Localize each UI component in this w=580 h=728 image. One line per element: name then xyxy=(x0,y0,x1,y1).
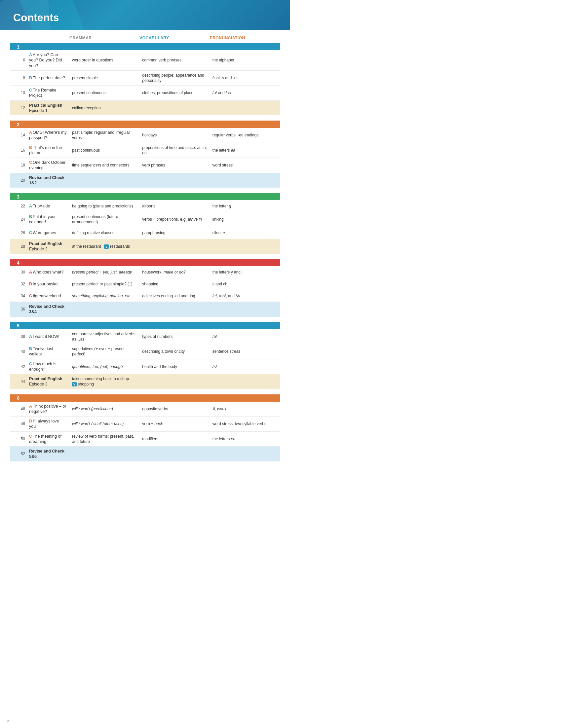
row-title: AWho does what? xyxy=(26,267,69,277)
practical-label: Practical English xyxy=(29,241,62,246)
revise-label: Revise and Check 3&4 xyxy=(29,304,65,314)
v-text: restaurants xyxy=(110,244,130,249)
table-row: 16BThat's me in the picture!past continu… xyxy=(10,143,280,158)
lesson-title: How much is enough? xyxy=(29,362,56,371)
row-title: BThe perfect date? xyxy=(26,73,69,83)
table-row: 10CThe Remake Projectpresent continuousc… xyxy=(10,85,280,101)
row-vocab: opposite verbs xyxy=(140,404,209,414)
header-background: Contents xyxy=(0,0,290,30)
unit-bar-vocab-2 xyxy=(140,121,209,128)
v-label: v xyxy=(72,382,77,387)
lesson-letter: B xyxy=(29,145,32,150)
row-pron xyxy=(210,452,280,456)
row-title: BTwelve lost wallets xyxy=(26,344,69,359)
row-page-number: 26 xyxy=(10,229,26,237)
row-vocab: shopping xyxy=(140,280,209,289)
practical-episode: Episode 2 xyxy=(29,247,48,251)
pron-text: the letter g xyxy=(212,204,231,208)
row-vocab: prepositions of time and place: at, in, … xyxy=(140,143,209,158)
row-vocab: health and the body xyxy=(140,362,209,371)
table-row: 50CThe meaning of dreamingreview of verb… xyxy=(10,432,280,447)
row-page-number: 40 xyxy=(10,347,26,356)
unit-bar-title-5 xyxy=(26,322,69,329)
row-vocab: types of numbers xyxy=(140,332,209,341)
row-vocab xyxy=(140,106,209,110)
row-pron: word stress xyxy=(210,160,280,170)
row-title: BIn your basket xyxy=(26,280,69,289)
unit-header-4: 4 xyxy=(10,259,280,266)
row-grammar: quantifiers, too, (not) enough xyxy=(69,362,140,371)
page-title: Contents xyxy=(13,11,59,24)
unit-bar-pron-2 xyxy=(210,121,280,128)
lesson-letter: A xyxy=(29,130,32,135)
unit-bar-title-1 xyxy=(26,43,69,50)
unit-number-4: 4 xyxy=(10,259,26,266)
row-title: Revise and Check 5&6 xyxy=(26,447,69,462)
v-text: shopping xyxy=(78,382,94,387)
row-title: Practical English Episode 2 xyxy=(26,239,69,254)
unit-number-2: 2 xyxy=(10,121,26,128)
row-grammar xyxy=(69,452,140,456)
row-pron xyxy=(210,106,280,110)
row-pron: final -s and -es xyxy=(210,73,280,83)
practical-grammar-text: taking something back to a shop xyxy=(72,376,129,381)
lesson-title: One dark October evening xyxy=(29,160,66,170)
lesson-title: The meaning of dreaming xyxy=(29,434,61,444)
row-pron: the letters ea xyxy=(210,146,280,155)
row-grammar: past continuous xyxy=(69,146,140,155)
lesson-letter: A xyxy=(29,270,32,275)
table-row: 34C#greatweekendsomething, anything, not… xyxy=(10,290,280,302)
unit-bar-vocab-5 xyxy=(140,322,209,329)
row-pron: the letter g xyxy=(210,202,280,211)
row-vocab: airports xyxy=(140,202,209,211)
row-pron: /ʌ/ xyxy=(210,362,280,371)
grammar-text: something, anything, nothing, etc. xyxy=(72,294,131,298)
table-row: 6AAre you? Can you? Do you? Did you?word… xyxy=(10,50,280,71)
row-page-number: 44 xyxy=(10,377,26,386)
row-vocab xyxy=(140,244,209,249)
row-vocab: paraphrasing xyxy=(140,228,209,237)
unit-bar-grammar-2 xyxy=(69,121,140,128)
row-pron xyxy=(210,178,280,182)
lesson-title: The perfect date? xyxy=(33,76,65,80)
row-title: AI want it NOW! xyxy=(26,332,69,341)
lesson-letter: C xyxy=(29,362,32,366)
unit-bar-title-4 xyxy=(26,259,69,266)
row-vocab: describing a town or city xyxy=(140,347,209,356)
unit-bar-pron-6 xyxy=(210,394,280,402)
unit-section-6: 6 46AThink positive – or negative?will /… xyxy=(10,394,280,462)
lesson-letter: C xyxy=(29,160,32,165)
row-grammar: time sequencers and connectors xyxy=(69,160,140,170)
grammar-text: quantifiers, too, (not) enough xyxy=(72,364,123,369)
row-title: COne dark October evening xyxy=(26,158,69,173)
row-grammar xyxy=(69,307,140,311)
row-title: AThink positive – or negative? xyxy=(26,402,69,417)
practical-label: Practical English xyxy=(29,376,62,381)
row-page-number: 46 xyxy=(10,405,26,413)
unit-bar-title-3 xyxy=(26,193,69,200)
table-row: 48BI'll always love youwill / won't / sh… xyxy=(10,417,280,432)
row-pron: 'll, won't xyxy=(210,404,280,414)
row-vocab: describing people: appearance and person… xyxy=(140,71,209,85)
row-grammar: present continuous xyxy=(69,88,140,98)
row-page-number: 48 xyxy=(10,419,26,428)
lesson-title: I'll always love you xyxy=(29,419,59,429)
unit-bar-vocab-4 xyxy=(140,259,209,266)
row-grammar: present perfect + yet, just, already xyxy=(69,267,140,277)
lesson-title: Twelve lost wallets xyxy=(29,346,53,357)
unit-section-4: 4 30AWho does what?present perfect + yet… xyxy=(10,259,280,317)
row-grammar: present simple xyxy=(69,73,140,83)
unit-bar-grammar-4 xyxy=(69,259,140,266)
grammar-column-header: GRAMMAR xyxy=(69,36,140,40)
row-page-number: 18 xyxy=(10,161,26,170)
row-title: BPut it in your calendar! xyxy=(26,212,69,227)
row-grammar: comparative adjectives and adverbs, as…a… xyxy=(69,329,140,344)
row-pron: /ə/ xyxy=(210,332,280,341)
row-title: BI'll always love you xyxy=(26,417,69,432)
table-row: 26CWord gamesdefining relative clausespa… xyxy=(10,227,280,239)
lesson-letter: C xyxy=(29,231,32,235)
row-page-number: 42 xyxy=(10,362,26,371)
row-page-number: 30 xyxy=(10,268,26,277)
lesson-letter: B xyxy=(29,76,32,80)
row-grammar: present perfect or past simple? (1) xyxy=(69,280,140,289)
